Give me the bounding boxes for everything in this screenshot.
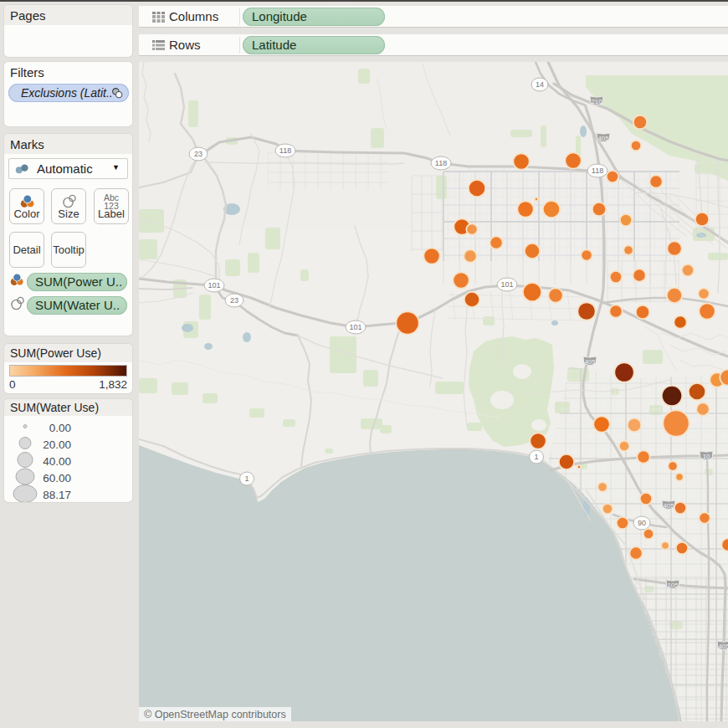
svg-text:© OpenStreetMap contributors: © OpenStreetMap contributors (144, 709, 286, 720)
svg-text:405: 405 (597, 135, 609, 142)
svg-text:405: 405 (584, 358, 596, 366)
svg-text:10: 10 (703, 453, 710, 460)
svg-text:1: 1 (244, 474, 249, 483)
svg-text:23: 23 (230, 296, 238, 305)
svg-text:118: 118 (435, 159, 447, 167)
svg-text:1: 1 (534, 453, 538, 461)
svg-text:90: 90 (638, 519, 646, 527)
svg-text:101: 101 (500, 280, 513, 289)
svg-text:405: 405 (718, 643, 728, 650)
svg-text:23: 23 (194, 150, 203, 158)
svg-text:210: 210 (591, 98, 602, 105)
svg-text:118: 118 (592, 167, 603, 175)
svg-text:105: 105 (667, 582, 679, 589)
svg-text:101: 101 (208, 281, 220, 290)
svg-text:14: 14 (536, 80, 544, 89)
svg-text:405: 405 (663, 502, 674, 510)
svg-text:118: 118 (279, 146, 291, 155)
svg-text:101: 101 (349, 323, 361, 331)
